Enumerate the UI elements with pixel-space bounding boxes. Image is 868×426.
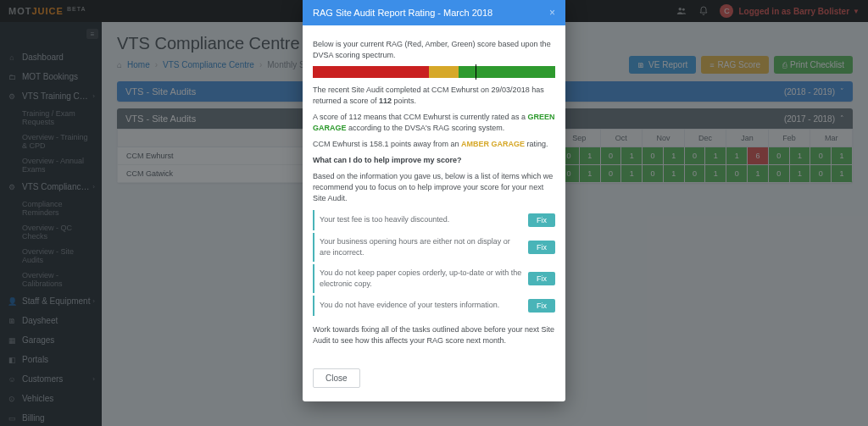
modal-score-line: The recent Site Audit completed at CCM E…: [313, 85, 555, 107]
recommendation-text: Your business opening hours are either n…: [320, 236, 523, 258]
close-icon[interactable]: ×: [549, 7, 555, 19]
close-button[interactable]: Close: [313, 368, 360, 388]
modal-title: RAG Site Audit Report Rating - March 201…: [313, 8, 492, 18]
fix-button[interactable]: Fix: [528, 272, 555, 285]
recommendation-list: Your test fee is too heavily discounted.…: [313, 210, 555, 316]
improve-sub: Based on the information you gave us, be…: [313, 171, 555, 204]
improve-heading: What can I do to help improve my score?: [313, 155, 555, 166]
modal-rating-line: A score of 112 means that CCM Ewhurst is…: [313, 112, 555, 134]
fix-button[interactable]: Fix: [528, 299, 555, 313]
fix-button[interactable]: Fix: [528, 241, 555, 254]
recommendation-text: You do not have evidence of your testers…: [320, 300, 523, 311]
rag-modal: RAG Site Audit Report Rating - March 201…: [303, 0, 565, 401]
amber-garage-label: AMBER GARAGE: [461, 140, 525, 148]
fix-button[interactable]: Fix: [528, 213, 555, 227]
rag-green-segment: [459, 66, 555, 78]
modal-footer: Close: [303, 360, 565, 401]
recommendation-text: You do not keep paper copies orderly, up…: [320, 268, 523, 290]
recommendation-item: Your test fee is too heavily discounted.…: [313, 210, 555, 230]
rag-red-segment: [313, 66, 429, 78]
modal-header: RAG Site Audit Report Rating - March 201…: [303, 0, 565, 25]
rag-spectrum-bar: [313, 66, 555, 78]
rag-amber-segment: [429, 66, 458, 78]
recommendation-item: You do not have evidence of your testers…: [313, 296, 555, 316]
recommendation-item: You do not keep paper copies orderly, up…: [313, 264, 555, 293]
recommendation-item: Your business opening hours are either n…: [313, 233, 555, 262]
recommendation-text: Your test fee is too heavily discounted.: [320, 214, 523, 225]
score-value: 112: [379, 97, 392, 105]
modal-body: Below is your current RAG (Red, Amber, G…: [303, 25, 565, 360]
modal-intro: Below is your current RAG (Red, Amber, G…: [313, 39, 555, 61]
modal-outro: Work towards fixing all of the tasks out…: [313, 324, 555, 346]
modal-distance-line: CCM Ewhurst is 158.1 points away from an…: [313, 139, 555, 150]
